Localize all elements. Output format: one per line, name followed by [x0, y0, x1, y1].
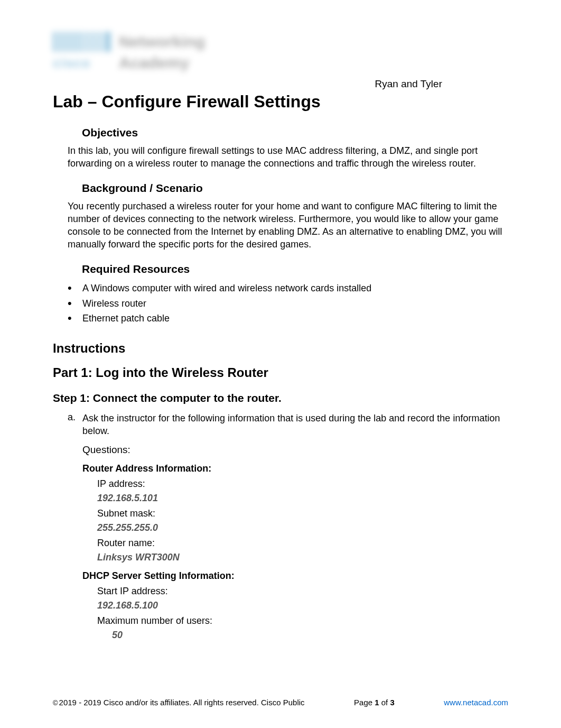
router-name-value: Linksys WRT300N [97, 552, 508, 563]
start-ip-label: Start IP address: [97, 586, 508, 597]
subnet-mask-value: 255.255.255.0 [97, 522, 508, 533]
step1-item-a: a. Ask the instructor for the following … [68, 412, 508, 438]
list-item: Wireless router [68, 296, 508, 311]
cisco-logo: Networking cisco Academy [53, 32, 227, 79]
resources-heading: Required Resources [82, 263, 508, 275]
list-item: Ethernet patch cable [68, 311, 508, 326]
subnet-mask-label: Subnet mask: [97, 508, 508, 519]
footer-link[interactable]: www.netacad.com [444, 698, 508, 707]
copyright-text: © 2019 - 2019 Cisco and/or its affiliate… [53, 698, 305, 707]
logo-text-networking: Networking [119, 33, 205, 51]
objectives-text: In this lab, you will configure firewall… [68, 144, 508, 170]
step1-heading: Step 1: Connect the computer to the rout… [53, 392, 508, 404]
max-users-label: Maximum number of users: [97, 615, 508, 626]
background-heading: Background / Scenario [82, 182, 508, 195]
objectives-heading: Objectives [82, 126, 508, 139]
logo-text-academy: Academy [119, 54, 189, 72]
start-ip-value: 192.168.5.100 [97, 600, 508, 611]
ip-address-label: IP address: [97, 478, 508, 490]
page-number: Page 1 of 3 [354, 698, 395, 707]
instructions-heading: Instructions [53, 341, 508, 356]
page-footer: © 2019 - 2019 Cisco and/or its affiliate… [53, 698, 508, 707]
item-letter: a. [68, 412, 82, 438]
resources-list: A Windows computer with wired and wirele… [68, 281, 508, 326]
page-title: Lab – Configure Firewall Settings [53, 92, 508, 112]
background-text: You recently purchased a wireless router… [68, 200, 508, 251]
logo-brand: cisco [53, 55, 111, 71]
router-info-heading: Router Address Information: [82, 463, 508, 474]
copyright-value: 2019 - 2019 Cisco and/or its affiliates.… [59, 698, 305, 707]
cisco-bars-icon [53, 32, 111, 52]
dhcp-info-heading: DHCP Server Setting Information: [82, 570, 508, 582]
author-names: Ryan and Tyler [53, 78, 508, 90]
ip-address-value: 192.168.5.101 [97, 493, 508, 504]
copyright-icon: © [53, 699, 58, 707]
list-item: A Windows computer with wired and wirele… [68, 281, 508, 296]
item-text: Ask the instructor for the following inf… [82, 412, 508, 438]
max-users-value: 50 [112, 630, 508, 641]
part1-heading: Part 1: Log into the Wireless Router [53, 365, 508, 380]
questions-label: Questions: [82, 444, 508, 456]
router-name-label: Router name: [97, 538, 508, 549]
